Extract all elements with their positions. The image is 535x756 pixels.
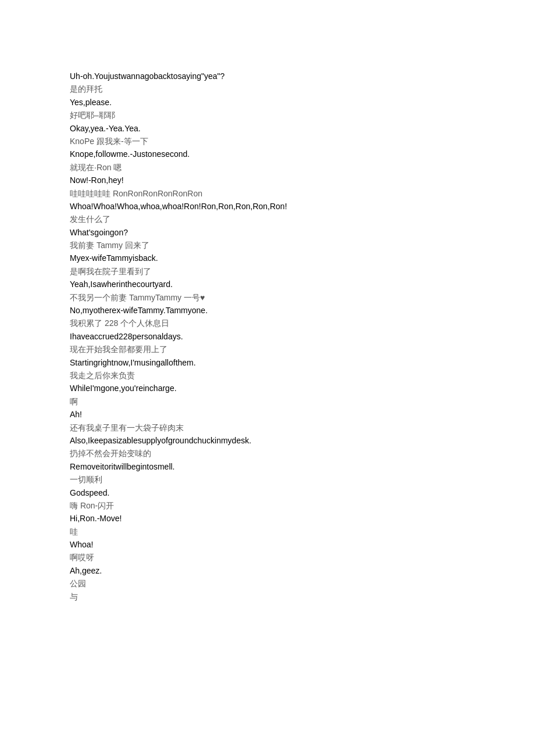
chinese-subtitle-line: 是啊我在院子里看到了: [70, 265, 512, 278]
english-line: What'sgoingon?: [70, 226, 512, 239]
english-line: Removeitoritwillbegintosmell.: [70, 460, 512, 473]
chinese-subtitle-line: 嗨 Ron-闪开: [70, 499, 512, 512]
english-line: Okay,yea.-Yea.Yea.: [70, 122, 512, 135]
chinese-subtitle-line: 我积累了 228 个个人休息日: [70, 317, 512, 329]
english-line: Now!-Ron,hey!: [70, 174, 512, 187]
chinese-subtitle-line: 哇哇哇哇哇 RonRonRonRonRonRon: [70, 187, 512, 200]
chinese-subtitle-line: 啊哎呀: [70, 551, 512, 564]
chinese-subtitle-line: KnoPe 跟我来-等一下: [70, 135, 512, 148]
english-line: Hi,Ron.-Move!: [70, 512, 512, 525]
chinese-subtitle-line: 我前妻 Tammy 回来了: [70, 239, 512, 252]
english-line: Yes,please.: [70, 96, 512, 109]
chinese-subtitle-line: 就现在·Ron 嗯: [70, 161, 512, 174]
chinese-subtitle-line: 哇: [70, 525, 512, 538]
content-container: Uh-oh.Youjustwannagobacktosaying"yea"?是的…: [70, 70, 512, 603]
english-line: Also,Ikeepasizablesupplyofgroundchuckinm…: [70, 434, 512, 447]
chinese-subtitle-line: 啊: [70, 395, 512, 408]
english-line: Knope,followme.-Justonesecond.: [70, 148, 512, 160]
english-line: Ah!: [70, 408, 512, 421]
chinese-subtitle-line: 是的拜托: [70, 83, 512, 95]
chinese-subtitle-line: 发生什么了: [70, 213, 512, 225]
english-line: Yeah,Isawherinthecourtyard.: [70, 278, 512, 291]
english-line: WhileI'mgone,you'reincharge.: [70, 382, 512, 395]
chinese-subtitle-line: 与: [70, 590, 512, 603]
english-line: Uh-oh.Youjustwannagobacktosaying"yea"?: [70, 70, 512, 83]
chinese-subtitle-line: 一切顺利: [70, 473, 512, 486]
chinese-subtitle-line: 不我另一个前妻 TammyTammy 一号♥: [70, 291, 512, 304]
english-line: Whoa!: [70, 538, 512, 551]
english-line: Ihaveaccrued228personaldays.: [70, 330, 512, 343]
chinese-subtitle-line: 还有我桌子里有一大袋子碎肉末: [70, 421, 512, 434]
english-line: No,myotherex-wifeTammy.Tammyone.: [70, 304, 512, 317]
english-line: Myex-wifeTammyisback.: [70, 252, 512, 264]
english-line: Startingrightnow,I'musingallofthem.: [70, 356, 512, 369]
chinese-subtitle-line: 好吧耶–耶耶: [70, 109, 512, 121]
chinese-subtitle-line: 我走之后你来负责: [70, 369, 512, 382]
english-line: Godspeed.: [70, 486, 512, 499]
chinese-subtitle-line: 现在开始我全部都要用上了: [70, 343, 512, 356]
chinese-subtitle-line: 扔掉不然会开始变味的: [70, 447, 512, 460]
chinese-subtitle-line: 公园: [70, 577, 512, 590]
english-line: Ah,geez.: [70, 564, 512, 577]
english-line: Whoa!Whoa!Whoa,whoa,whoa!Ron!Ron,Ron,Ron…: [70, 200, 512, 213]
